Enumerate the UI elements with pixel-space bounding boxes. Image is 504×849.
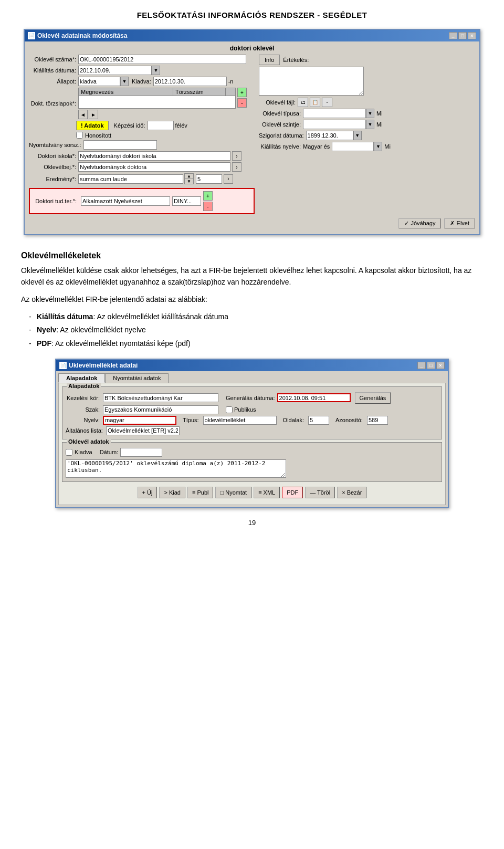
- eredmeny-input[interactable]: [78, 174, 183, 184]
- kiallitas-nyelve-label: Kiállítás nyelve:: [259, 143, 301, 150]
- honosított-checkbox[interactable]: [76, 132, 83, 139]
- okl-text-row: 'OKL-00000195/2012' oklevélszámú diploma…: [66, 459, 286, 478]
- doktori-iskola-nav-button[interactable]: ›: [232, 151, 242, 161]
- kiadva-chk-label: Kiadva: [75, 449, 92, 455]
- nyelv-tipus-row: Nyelv: Típus: Oldalak: Azonosító:: [66, 416, 438, 425]
- kepzesi-ido-label: Képzési idő:: [114, 122, 145, 129]
- scroll-left-button[interactable]: ◄: [78, 110, 88, 119]
- jovahagya-button[interactable]: ✓ Jóváhagy: [398, 218, 441, 228]
- add-torzslap-button[interactable]: +: [237, 88, 247, 97]
- allapot-combo[interactable]: ▼: [120, 77, 129, 86]
- file-icon-1[interactable]: 🗂: [298, 98, 308, 107]
- szak-input[interactable]: [103, 405, 218, 414]
- remove-tudter-button[interactable]: -: [203, 202, 213, 211]
- adatok-button[interactable]: ! Adatok: [76, 121, 109, 130]
- diny-input[interactable]: [172, 196, 201, 206]
- okleveltipus-combo[interactable]: ▼: [366, 109, 374, 118]
- oklevelsziinte-label: Oklevél szintje:: [259, 121, 301, 128]
- szigorlat-combo[interactable]: ▼: [353, 131, 362, 140]
- minimize-button[interactable]: _: [449, 32, 457, 39]
- felev-label: félév: [175, 122, 187, 129]
- allapot-label: Állapot:: [29, 78, 76, 85]
- nyomtat-button[interactable]: □ Nyomtat: [215, 487, 251, 498]
- tipus-label: Típus:: [183, 417, 199, 423]
- kepzesi-ido-input[interactable]: [148, 121, 174, 130]
- kiallitas-nyelve-combo[interactable]: ▼: [374, 142, 382, 151]
- allapot-input[interactable]: [78, 77, 120, 86]
- torol-button[interactable]: — Töröl: [305, 487, 335, 498]
- win2-controls[interactable]: _ □ ×: [417, 362, 445, 369]
- publikus-checkbox[interactable]: [226, 406, 233, 413]
- win1-body: doktori oklevél Oklevél száma*: Kiállítá…: [25, 41, 479, 234]
- szak-row: Szak: Publikus: [66, 405, 438, 414]
- uj-button[interactable]: + Új: [138, 487, 158, 498]
- add-tudter-button[interactable]: +: [203, 191, 213, 201]
- doktori-iskola-input[interactable]: [78, 151, 230, 161]
- elvet-button[interactable]: ✗ Elvet: [444, 218, 475, 228]
- win2-tabs: Alapadatok Nyomtatási adatok: [56, 371, 448, 383]
- kiallitas-nyelve-input[interactable]: [332, 142, 374, 151]
- close-button[interactable]: ×: [468, 32, 476, 39]
- section-para1: Oklevélmelléklet küldése csak akkor lehe…: [21, 265, 483, 288]
- kiadva-checkbox[interactable]: [66, 449, 72, 456]
- bullet-3-rest: : Az oklevélmelléklet nyomtatási képe (p…: [51, 339, 191, 348]
- tab-alapadatok[interactable]: Alapadatok: [58, 373, 105, 383]
- info-button[interactable]: Info: [259, 55, 280, 65]
- tipus-input[interactable]: [203, 416, 277, 425]
- ertekeles-textarea[interactable]: [259, 67, 364, 96]
- kiallitas-nyelve-value: Magyar és: [303, 143, 330, 150]
- szigorlat-datum-input[interactable]: [306, 131, 353, 140]
- eredmeny-scroll-up[interactable]: ▲: [185, 174, 193, 179]
- publ-button[interactable]: ≡ Publ: [187, 487, 214, 498]
- oklevelfajl-label: Oklevél fájl:: [259, 99, 296, 106]
- oldalak-input[interactable]: [308, 416, 329, 425]
- azonosito-input[interactable]: [367, 416, 388, 425]
- nyelv-input[interactable]: [103, 416, 176, 425]
- bullet-item-3: PDF: Az oklevélmelléklet nyomtatási képe…: [37, 337, 483, 350]
- okleveltipus-input[interactable]: [303, 109, 366, 118]
- eredmeny-scroll: ▲ ▼: [184, 173, 194, 184]
- kiad-button[interactable]: > Kiad: [159, 487, 185, 498]
- file-icon-2[interactable]: 📋: [310, 98, 320, 107]
- oklevelsziinte-row: Oklevél szintje: ▼ Mi: [259, 120, 475, 129]
- n-label: -n: [228, 78, 234, 85]
- pdf-button[interactable]: PDF: [282, 487, 303, 498]
- file-icon-remove[interactable]: -: [322, 98, 332, 107]
- oklevelsziinte-combo[interactable]: ▼: [366, 120, 374, 129]
- oklevelfajl-controls: 🗂 📋 -: [298, 98, 332, 107]
- generalas-datum-input[interactable]: [277, 393, 351, 402]
- win2-close-button[interactable]: ×: [436, 362, 445, 369]
- eredmeny-num-input[interactable]: [196, 174, 222, 184]
- win2-minimize-button[interactable]: _: [417, 362, 426, 369]
- torzslap-side-btns: + -: [237, 88, 247, 109]
- oklevelbej-nav-button[interactable]: ›: [232, 162, 242, 172]
- nyomtatvany-input[interactable]: [83, 140, 157, 150]
- honosított-label: Honosított: [85, 132, 111, 139]
- tab-nyomtatasi[interactable]: Nyomtatási adatok: [105, 373, 169, 383]
- remove-torzslap-button[interactable]: -: [237, 98, 247, 108]
- maximize-button[interactable]: □: [458, 32, 467, 39]
- kiadva-input[interactable]: [153, 77, 227, 86]
- kezelesi-kor-input[interactable]: [103, 393, 218, 402]
- win1-controls[interactable]: _ □ ×: [449, 32, 476, 39]
- kiall-datum-combo[interactable]: ▼: [152, 66, 160, 75]
- xml-button[interactable]: ≡ XML: [254, 487, 280, 498]
- eredmeny-nav-button[interactable]: ›: [224, 174, 233, 184]
- okl-szama-input[interactable]: [78, 55, 246, 64]
- scroll-right-button[interactable]: ►: [89, 110, 98, 119]
- oklevelsziinte-input[interactable]: [303, 120, 366, 129]
- bezar-button[interactable]: × Bezár: [337, 487, 366, 498]
- kiadva-label: Kiadva:: [132, 78, 151, 85]
- win2-maximize-button[interactable]: □: [427, 362, 435, 369]
- win2-icon: 📄: [59, 362, 67, 369]
- oldalak-label: Oldalak:: [283, 417, 304, 423]
- okl-text-area[interactable]: 'OKL-00000195/2012' oklevélszámú diploma…: [66, 459, 286, 478]
- generalas-button[interactable]: Generálás: [355, 392, 391, 404]
- altalanos-lista-input[interactable]: [106, 426, 180, 435]
- kiall-datum-input[interactable]: [78, 66, 152, 75]
- szigorlat-row: Szigorlat dátuma: ▼: [259, 131, 475, 140]
- datum-input[interactable]: [120, 448, 162, 457]
- eredmeny-scroll-down[interactable]: ▼: [185, 179, 193, 184]
- doktori-tudter-input[interactable]: [81, 196, 170, 206]
- oklevelbej-input[interactable]: [78, 162, 230, 172]
